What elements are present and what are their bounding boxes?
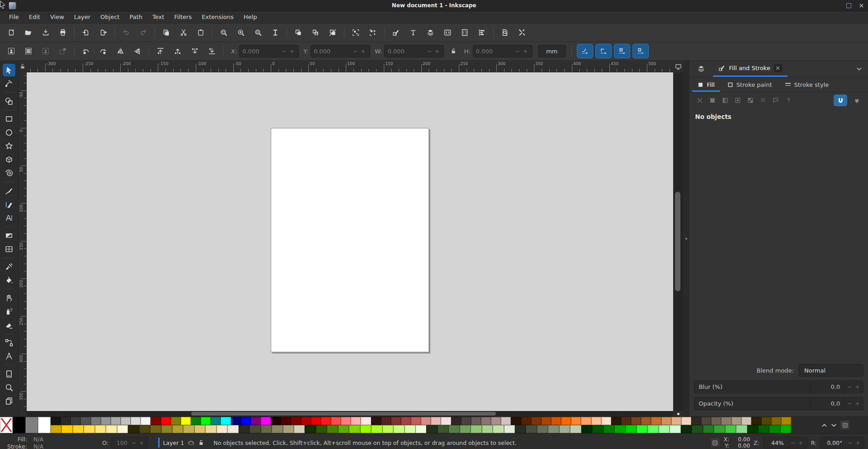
y-field[interactable]: 0.000−+ [311,45,370,57]
bucket-tool[interactable] [3,274,15,287]
palette-swatch[interactable] [327,425,338,433]
palette-swatch[interactable] [151,417,160,425]
palette-swatch[interactable] [38,417,51,433]
palette-swatch[interactable] [221,417,231,425]
palette-swatch[interactable] [61,425,72,433]
palette-swatch[interactable] [703,425,714,433]
lower-button[interactable] [186,44,203,58]
palette-swatch[interactable] [771,417,781,425]
eraser-tool[interactable] [3,319,15,331]
palette-swatch[interactable] [561,417,571,425]
palette-swatch[interactable] [411,417,421,425]
palette-swatch[interactable] [641,417,651,425]
palette-swatch[interactable] [758,425,769,433]
palette-swatch[interactable] [491,417,501,425]
palette-swatch[interactable] [531,417,541,425]
palette-config-button[interactable] [840,420,850,430]
palette-swatch[interactable] [461,417,471,425]
palette-swatch[interactable] [331,417,341,425]
horizontal-scrollbar-thumb[interactable] [191,412,496,416]
palette-swatch[interactable] [401,417,411,425]
palette-swatch[interactable] [261,417,271,425]
palette-swatch[interactable] [681,417,691,425]
dock-resize-handle[interactable] [683,61,689,416]
palette-swatch[interactable] [71,417,80,425]
layer-selector[interactable]: Layer 1 [163,440,184,446]
dialog-fill-stroke-button[interactable] [387,25,405,40]
palette-swatch[interactable] [211,417,221,425]
blur-slider[interactable]: Blur (%) [694,380,810,393]
palette-swatch[interactable] [493,425,504,433]
palette-swatch[interactable] [651,417,661,425]
palette-swatch[interactable] [183,425,194,433]
document-save-button[interactable] [37,25,54,40]
connector-tool[interactable] [3,336,15,349]
zoom-field[interactable]: 44% − + [763,437,807,449]
palette-swatch[interactable] [751,417,761,425]
lock-ratio-icon[interactable] [448,45,459,57]
w-field[interactable]: 0.000−+ [384,45,444,57]
unknown-paint-button[interactable] [783,95,794,106]
zoom-tool[interactable] [3,381,15,394]
select-all-layers-button[interactable] [20,44,37,58]
palette-swatch[interactable] [504,425,515,433]
palette-swatch[interactable] [637,425,647,433]
fill-rule-nz-button[interactable] [834,95,847,106]
spiral-tool[interactable] [3,167,15,180]
palette-swatch[interactable] [537,425,548,433]
no-paint-button[interactable] [694,95,706,106]
palette-swatch[interactable] [621,417,631,425]
document-import-button[interactable] [77,25,94,40]
palette-swatch[interactable] [294,425,305,433]
spray-tool[interactable] [3,305,15,318]
document-open-button[interactable] [20,25,37,40]
palette-swatch[interactable] [438,425,448,433]
palette-swatch[interactable] [591,417,601,425]
move-scale-stroke-toggle[interactable] [577,44,593,58]
blur-minus-button[interactable]: − [846,383,854,390]
w-plus[interactable]: + [433,48,441,55]
palette-swatch[interactable] [526,425,537,433]
palette-swatch[interactable] [150,425,161,433]
pencil-tool[interactable] [3,184,15,197]
objects-panel-tab[interactable] [689,61,713,77]
palette-swatch[interactable] [106,425,117,433]
palette-swatch[interactable] [780,425,791,433]
edit-copy-button[interactable] [158,25,175,40]
swatch-paint-button[interactable] [770,95,782,106]
palette-swatch[interactable] [111,417,121,425]
palette-swatch[interactable] [692,425,703,433]
palette-swatch[interactable] [570,425,581,433]
palette-swatch[interactable] [172,425,183,433]
palette-swatch[interactable] [691,417,701,425]
rotate-cw-button[interactable] [94,44,112,58]
palette-swatch[interactable] [391,417,401,425]
palette-swatch[interactable] [571,417,581,425]
palette-swatch[interactable] [181,417,191,425]
blend-mode-dropdown[interactable]: Normal [798,364,863,377]
style-swatch-button[interactable] [710,438,720,448]
palette-swatch[interactable] [725,425,736,433]
dialog-align-button[interactable] [473,25,491,40]
palette-swatch[interactable] [25,417,38,433]
tab-stroke-style[interactable]: Stroke style [779,77,835,92]
palette-swatch[interactable] [95,425,106,433]
palette-swatch[interactable] [91,417,101,425]
opacity-value[interactable]: 0.0 [810,397,844,410]
palette-swatch[interactable] [231,417,241,425]
opacity-slider[interactable]: Opacity (%) [694,397,810,410]
opacity-plus-button[interactable]: + [854,400,861,407]
palette-swatch[interactable] [647,425,658,433]
palette-swatch[interactable] [194,425,205,433]
palette-swatch[interactable] [421,417,431,425]
palette-swatch[interactable] [205,425,216,433]
palette-swatch[interactable] [393,425,404,433]
palette-swatch[interactable] [281,417,291,425]
palette-swatch[interactable] [415,425,426,433]
palette-swatch[interactable] [761,417,771,425]
palette-swatch[interactable] [747,425,758,433]
zoom-selection-button[interactable] [215,25,232,40]
lower-bottom-button[interactable] [203,44,221,58]
palette-swatch[interactable] [769,425,780,433]
palette-swatch[interactable] [283,425,294,433]
